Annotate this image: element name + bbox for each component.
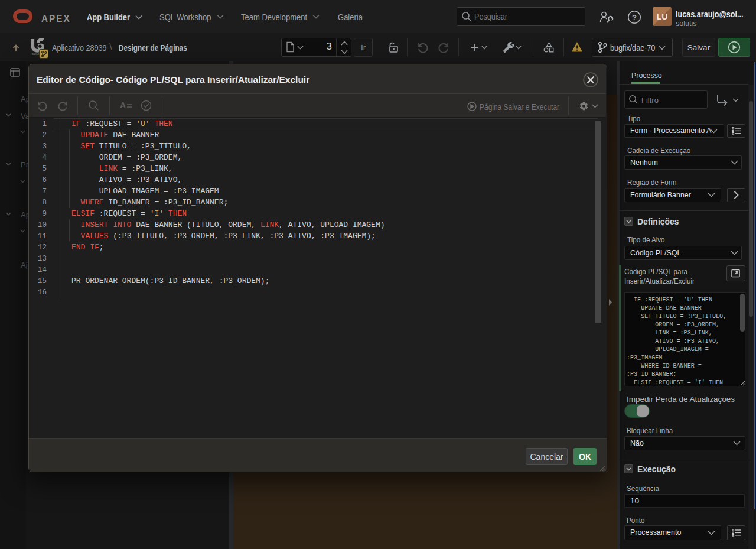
- svg-text:?: ?: [632, 13, 637, 22]
